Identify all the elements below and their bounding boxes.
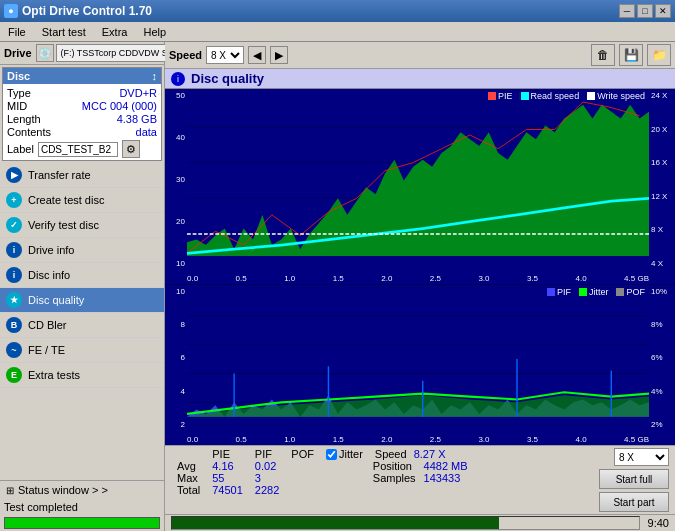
drive-icon: 💿 [36,44,54,62]
progress-bar-fill [5,518,159,528]
disc-label-input[interactable] [38,142,118,157]
legend-pie-label: PIE [498,91,513,101]
disc-panel-header: Disc ↕ [3,68,161,84]
legend-pof-color [616,288,624,296]
total-pie: 74501 [206,484,249,496]
speed-header-label: Speed [375,448,407,460]
start-part-button[interactable]: Start part [599,492,669,512]
sidebar-item-drive-info[interactable]: i Drive info [0,238,164,263]
legend-jitter: Jitter [579,287,609,297]
sidebar-item-verify-test-disc[interactable]: ✓ Verify test disc [0,213,164,238]
avg-label: Avg [171,460,206,472]
minimize-button[interactable]: ─ [619,4,635,18]
samples-value: 143433 [420,472,472,484]
speed-right-icon[interactable]: ▶ [270,46,288,64]
right-controls: 8 X Start full Start part [595,448,669,512]
status-window-icon: ⊞ [6,485,14,496]
disc-type-row: Type DVD+R [7,87,157,99]
sidebar-item-transfer-rate[interactable]: ▶ Transfer rate [0,163,164,188]
extra-tests-label: Extra tests [28,369,80,381]
sidebar-item-disc-info[interactable]: i Disc info [0,263,164,288]
disc-panel: Disc ↕ Type DVD+R MID MCC 004 (000) Leng… [2,67,162,161]
chart2-legend: PIF Jitter POF [547,287,645,297]
close-button[interactable]: ✕ [655,4,671,18]
avg-pif: 0.02 [249,460,285,472]
disc-length-label: Length [7,113,41,125]
test-completed-label: Test completed [4,501,78,513]
create-test-disc-label: Create test disc [28,194,104,206]
sidebar-item-extra-tests[interactable]: E Extra tests [0,363,164,388]
verify-test-disc-label: Verify test disc [28,219,99,231]
jitter-checkbox[interactable] [326,449,337,460]
chart1-legend: PIE Read speed Write speed [488,91,645,101]
menu-extra[interactable]: Extra [98,25,132,39]
progress-bar [4,517,160,529]
fe-te-label: FE / TE [28,344,65,356]
start-full-button[interactable]: Start full [599,469,669,489]
sidebar-item-fe-te[interactable]: ~ FE / TE [0,338,164,363]
samples-label: Samples [369,472,420,484]
erase-icon[interactable]: 🗑 [591,44,615,66]
menu-start-test[interactable]: Start test [38,25,90,39]
disc-info-rows: Type DVD+R MID MCC 004 (000) Length 4.38… [3,84,161,160]
title-bar: ● Opti Drive Control 1.70 ─ □ ✕ [0,0,675,22]
sidebar-item-cd-bler[interactable]: B CD Bler [0,313,164,338]
disc-contents-row: Contents data [7,126,157,138]
content-area: Speed 8 X ◀ ▶ 🗑 💾 📁 i Disc quality [165,42,675,531]
jitter-label: Jitter [339,448,363,460]
extra-tests-icon: E [6,367,22,383]
disc-label-label: Label [7,143,34,155]
legend-pif-color [547,288,555,296]
sidebar-item-disc-quality[interactable]: ★ Disc quality [0,288,164,313]
disc-label-icon-btn[interactable]: ⚙ [122,140,140,158]
speed-combo-row: 8 X [614,448,669,466]
legend-pof: POF [616,287,645,297]
disc-contents-value: data [136,126,157,138]
disc-info-label: Disc info [28,269,70,281]
time-display: 9:40 [648,517,669,529]
chart1: PIE Read speed Write speed 50 40 30 [165,89,675,285]
burn-icon[interactable]: 💾 [619,44,643,66]
disc-type-label: Type [7,87,31,99]
legend-write-speed-label: Write speed [597,91,645,101]
main-layout: Drive 💿 (F:) TSSTcorp CDDVDW SE-218GN TS… [0,42,675,531]
save-icon[interactable]: 📁 [647,44,671,66]
drive-toolbar: Speed 8 X ◀ ▶ 🗑 💾 📁 [165,42,675,69]
legend-read-speed-label: Read speed [531,91,580,101]
speed-left-icon[interactable]: ◀ [248,46,266,64]
total-pif: 2282 [249,484,285,496]
bottom-bar: 9:40 [165,514,675,531]
status-window-button[interactable]: ⊞ Status window > > [0,480,164,499]
chart2-y-axis-right: 10% 8% 6% 4% 2% [649,285,675,431]
menu-help[interactable]: Help [139,25,170,39]
nav-items: ▶ Transfer rate + Create test disc ✓ Ver… [0,163,164,480]
bottom-progress [171,516,640,530]
stats-total-row: Total 74501 2282 [171,484,472,496]
legend-pof-label: POF [626,287,645,297]
max-pif: 3 [249,472,285,484]
disc-arrow-icon[interactable]: ↕ [152,70,158,82]
disc-mid-row: MID MCC 004 (000) [7,100,157,112]
drive-info-icon: i [6,242,22,258]
chart1-canvas [187,91,649,270]
legend-read-speed: Read speed [521,91,580,101]
avg-pie: 4.16 [206,460,249,472]
speed-combo[interactable]: 8 X [614,448,669,466]
speed-label: Speed [169,49,202,61]
menu-file[interactable]: File [4,25,30,39]
drive-label: Drive [4,47,32,59]
sidebar-item-create-test-disc[interactable]: + Create test disc [0,188,164,213]
transfer-rate-label: Transfer rate [28,169,91,181]
speed-select[interactable]: 8 X [206,46,244,64]
create-test-disc-icon: + [6,192,22,208]
speed-header-value: 8.27 X [414,448,446,460]
legend-jitter-label: Jitter [589,287,609,297]
disc-quality-title: Disc quality [191,71,264,86]
maximize-button[interactable]: □ [637,4,653,18]
legend-pif: PIF [547,287,571,297]
disc-mid-value: MCC 004 (000) [82,100,157,112]
app-icon: ● [4,4,18,18]
legend-pif-label: PIF [557,287,571,297]
stats-avg-row: Avg 4.16 0.02 Position 4482 MB [171,460,472,472]
drive-info-label: Drive info [28,244,74,256]
